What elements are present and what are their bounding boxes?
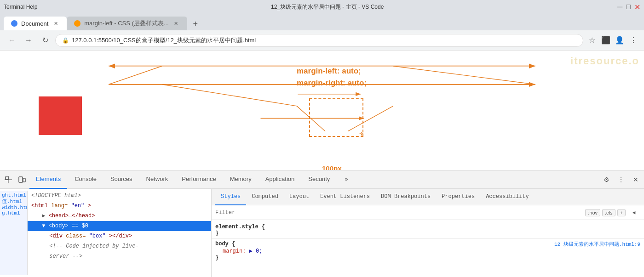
address-bar-actions: ☆ ⬛ 👤 ⋮ <box>587 35 638 45</box>
new-tab-button[interactable]: + <box>189 17 202 30</box>
dom-line-comment2: server --> <box>28 251 211 261</box>
back-button[interactable]: ← <box>6 34 18 47</box>
styles-panel: Styles Computed Layout Event Listeners D <box>212 189 644 277</box>
css-prop-value-margin: ▶ 0; <box>249 248 263 254</box>
styles-tab-event-listeners[interactable]: Event Listeners <box>315 189 375 205</box>
maximize-icon[interactable]: □ <box>626 3 631 11</box>
tab-close-margin-left[interactable]: ✕ <box>172 20 180 27</box>
css-rule-close-body: } <box>215 254 640 261</box>
webpage-viewport: itresource.o ✛ margin-left: auto; margin… <box>0 51 644 170</box>
css-rules-container: element.style { } body { 12_块级元素的水平居中问题.… <box>212 220 644 277</box>
devtools-panel: Elements Console Sources Network Perform… <box>0 170 644 277</box>
css-rule-body-header: body { 12_块级元素的水平居中问题.html:9 <box>215 241 640 248</box>
css-rule-close-element-style: } <box>215 230 640 237</box>
styles-tab-dom-breakpoints[interactable]: DOM Breakpoints <box>375 189 436 205</box>
devtools-toolbar: Elements Console Sources Network Perform… <box>0 170 644 189</box>
css-prop-name-margin: margin: <box>223 248 246 254</box>
reload-button[interactable]: ↻ <box>39 34 52 47</box>
file-list-item[interactable]: ght.html <box>2 192 25 198</box>
css-selector-body: body { <box>215 241 235 248</box>
filter-actions: :hov .cls + ◀ <box>585 206 640 219</box>
css-rule-element-style: element.style { } <box>212 222 644 239</box>
devtools-tab-application[interactable]: Application <box>259 170 301 189</box>
profile-icon[interactable]: 👤 <box>615 35 625 45</box>
outlined-box: ✛ <box>309 98 363 137</box>
tab-bar: Document ✕ margin-left - CSS (层叠样式表... ✕… <box>0 14 644 30</box>
css-file-ref-body[interactable]: 12_块级元素的水平居中问题.html:9 <box>554 241 640 248</box>
file-list-item[interactable]: width.htm <box>2 205 25 210</box>
dom-tree: <!DOCTYPE html> <html lang= "en" > ▶ <box>28 191 211 275</box>
tab-document[interactable]: Document ✕ <box>4 17 67 30</box>
devtools-tab-console[interactable]: Console <box>68 170 103 189</box>
minimize-icon[interactable]: ─ <box>617 3 622 11</box>
browser-window: Terminal Help 12_块级元素的水平居中问题 - 主页 - VS C… <box>0 0 644 277</box>
devtools-tab-security[interactable]: Security <box>302 170 336 189</box>
styles-tab-accessibility[interactable]: Accessibility <box>480 189 535 205</box>
devtools-more-tabs[interactable]: » <box>338 170 354 189</box>
devtools-close-icon[interactable]: ✕ <box>629 173 642 186</box>
lock-icon: 🔒 <box>62 37 69 44</box>
inspect-element-icon[interactable] <box>2 173 15 186</box>
tab-document-label: Document <box>21 20 48 27</box>
annotation-margin-left: margin-left: auto; margin-right: auto; <box>297 65 367 89</box>
devtools-overflow-icon[interactable]: ⋮ <box>615 173 627 186</box>
tab-favicon-margin-left <box>74 20 80 27</box>
main-content: itresource.o ✛ margin-left: auto; margin… <box>0 51 644 277</box>
tab-close-document[interactable]: ✕ <box>52 20 59 27</box>
dom-line-div-box[interactable]: <div class= "box" ></div> <box>28 231 211 241</box>
watermark: itresource.o <box>570 55 639 67</box>
address-bar: ← → ↻ 🔒 127.0.0.1:5500/10_CSS的盒子模型/12_块级… <box>0 30 644 51</box>
menu-icon[interactable]: ⋮ <box>628 35 638 45</box>
file-list-item[interactable]: g.html <box>2 210 25 216</box>
dom-line-comment1: <!-- Code injected by live- <box>28 241 211 251</box>
filter-add-button[interactable]: + <box>617 209 626 216</box>
svg-rect-12 <box>6 177 8 180</box>
svg-line-6 <box>162 85 297 106</box>
title-bar-text-middle: 12_块级元素的水平居中问题 - 主页 - VS Code <box>40 3 615 11</box>
devtools-settings-icon[interactable]: ⚙ <box>600 173 613 186</box>
tab-favicon-document <box>11 20 17 27</box>
css-rule-body: body { 12_块级元素的水平居中问题.html:9 margin: ▶ 0… <box>212 239 644 263</box>
styles-tab-properties[interactable]: Properties <box>436 189 480 205</box>
devtools-tab-sources[interactable]: Sources <box>104 170 139 189</box>
devtools-toolbar-right: ⚙ ⋮ ✕ <box>600 173 642 186</box>
svg-rect-15 <box>19 177 23 182</box>
dom-line-body[interactable]: ▼ <body> == $0 <box>28 221 211 231</box>
css-selector-element-style: element.style { <box>215 224 640 230</box>
filter-cls-button[interactable]: .cls <box>602 209 615 216</box>
styles-tab-layout[interactable]: Layout <box>284 189 315 205</box>
tab-cast-icon[interactable]: ⬛ <box>601 35 611 45</box>
close-icon[interactable]: ✕ <box>634 3 640 11</box>
svg-rect-16 <box>23 178 25 182</box>
file-list-item[interactable]: 值.html <box>2 198 25 205</box>
devtools-tab-elements[interactable]: Elements <box>29 170 67 189</box>
css-prop-margin: margin: ▶ 0; <box>215 248 640 254</box>
svg-line-5 <box>109 66 162 85</box>
devtools-body: ght.html 值.html width.htm g.html <!DOCTY… <box>0 189 644 277</box>
filter-scroll-left-icon[interactable]: ◀ <box>627 206 640 219</box>
tab-margin-left-label: margin-left - CSS (层叠样式表... <box>84 19 168 28</box>
dom-panel: ght.html 值.html width.htm g.html <!DOCTY… <box>0 189 212 277</box>
dom-line-html[interactable]: <html lang= "en" > <box>28 201 211 211</box>
styles-tabs: Styles Computed Layout Event Listeners D <box>212 189 644 205</box>
tab-margin-left[interactable]: margin-left - CSS (层叠样式表... ✕ <box>67 17 187 30</box>
annotation-100px: 100px <box>322 164 342 170</box>
title-bar-right: ─ □ ✕ <box>617 3 640 11</box>
filter-bar: :hov .cls + ◀ <box>212 205 644 220</box>
address-input[interactable]: 🔒 127.0.0.1:5500/10_CSS的盒子模型/12_块级元素的水平居… <box>55 34 583 47</box>
title-bar: Terminal Help 12_块级元素的水平居中问题 - 主页 - VS C… <box>0 0 644 14</box>
devtools-tab-performance[interactable]: Performance <box>175 170 222 189</box>
dom-line-head[interactable]: ▶ <head>…</head> <box>28 211 211 221</box>
dom-line-doctype: <!DOCTYPE html> <box>28 191 211 201</box>
devtools-tab-memory[interactable]: Memory <box>224 170 258 189</box>
dom-file-list: ght.html 值.html width.htm g.html <box>0 191 28 275</box>
device-toolbar-icon[interactable] <box>16 173 29 186</box>
styles-tab-computed[interactable]: Computed <box>246 189 284 205</box>
styles-tab-styles[interactable]: Styles <box>215 189 246 205</box>
url-text: 127.0.0.1:5500/10_CSS的盒子模型/12_块级元素的水平居中问… <box>72 36 256 45</box>
filter-input[interactable] <box>215 209 585 216</box>
filter-hov-button[interactable]: :hov <box>585 209 600 216</box>
bookmark-icon[interactable]: ☆ <box>587 35 597 45</box>
forward-button[interactable]: → <box>22 34 35 47</box>
devtools-tab-network[interactable]: Network <box>140 170 175 189</box>
